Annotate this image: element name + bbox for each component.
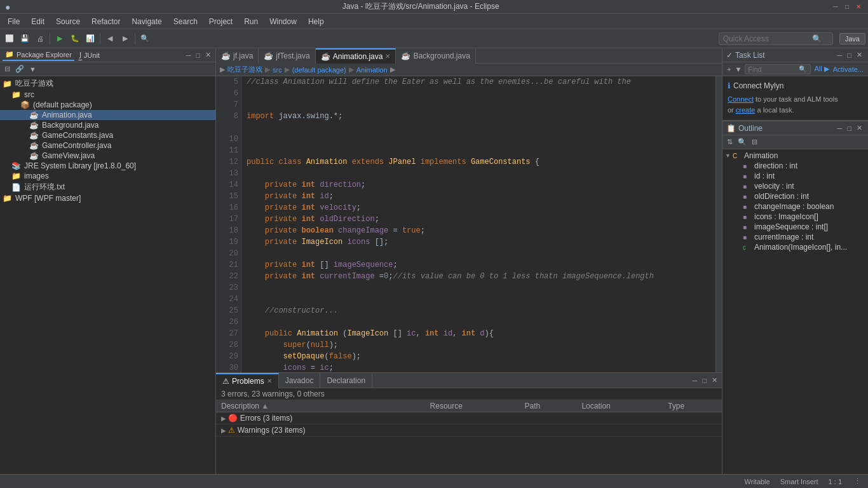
tree-item-GameView[interactable]: ☕ GameView.java xyxy=(0,151,215,161)
problems-close-icon[interactable]: ✕ xyxy=(267,377,272,384)
connect-mylyn-body: Connect to your task and ALM tools or cr… xyxy=(728,94,863,115)
menu-navigate[interactable]: Navigate xyxy=(126,16,166,27)
tree-item-label: src xyxy=(24,90,34,99)
close-panel-button[interactable]: ✕ xyxy=(203,50,213,60)
left-panel: 📁 Package Explorer J̲ JUnit ─ □ ✕ ⊟ 🔗 ▼ … xyxy=(0,48,216,474)
tree-item-default[interactable]: 📦 (default package) xyxy=(0,100,215,110)
quick-access-input[interactable] xyxy=(723,34,812,43)
link-editor-button[interactable]: 🔗 xyxy=(13,64,26,74)
tree-item-JRE[interactable]: 📚 JRE System Library [jre1.8.0_60] xyxy=(0,161,215,171)
breadcrumb-package[interactable]: (default package) xyxy=(292,66,346,74)
close-tasklist-button[interactable]: ✕ xyxy=(855,50,864,60)
menu-refactor[interactable]: Refactor xyxy=(86,16,125,27)
outline-field-changeimage[interactable]: ■ changeImage : boolean xyxy=(722,201,868,212)
breadcrumb-trail: ▶ xyxy=(390,65,395,74)
save-button[interactable]: 💾 xyxy=(18,32,32,46)
outline-field-direction[interactable]: ■ direction : int xyxy=(722,161,868,171)
maximize-button[interactable]: □ xyxy=(843,3,851,11)
outline-field-imagesequence[interactable]: ■ imageSequence : int[] xyxy=(722,222,868,232)
breadcrumb-project[interactable]: 吃豆子游戏 xyxy=(227,65,262,74)
create-link[interactable]: create xyxy=(736,106,756,114)
activate-button[interactable]: Activate... xyxy=(831,65,865,74)
tree-item-Background[interactable]: ☕ Background.java xyxy=(0,120,215,130)
close-button[interactable]: ✕ xyxy=(854,3,863,11)
minimize-tasklist-button[interactable]: ─ xyxy=(836,50,844,60)
tab-javadoc[interactable]: Javadoc xyxy=(279,373,321,388)
outline-field-currentimage[interactable]: ■ currentImage : int xyxy=(722,232,868,242)
tree-item-images[interactable]: 📁 images xyxy=(0,171,215,181)
close-bottom-button[interactable]: ✕ xyxy=(710,376,719,385)
maximize-tasklist-button[interactable]: □ xyxy=(845,50,853,60)
minimize-panel-button[interactable]: ─ xyxy=(184,50,193,60)
breadcrumb-class[interactable]: Animation xyxy=(356,66,388,74)
editor-tab-jf[interactable]: ☕ jf.java xyxy=(216,48,259,64)
tree-item-GameController[interactable]: ☕ GameController.java xyxy=(0,140,215,151)
close-outline-button[interactable]: ✕ xyxy=(855,123,864,133)
editor-tab-jftest[interactable]: ☕ jfTest.java xyxy=(259,48,315,64)
debug-button[interactable]: 🐛 xyxy=(68,32,82,46)
menu-window[interactable]: Window xyxy=(264,16,302,27)
editor-tab-background[interactable]: ☕ Background.java xyxy=(396,48,475,64)
outline-field-velocity[interactable]: ■ velocity : int xyxy=(722,181,868,191)
java-perspective-badge[interactable]: Java xyxy=(839,33,865,44)
tree-item-运行环境[interactable]: 📄 运行环境.txt xyxy=(0,181,215,193)
find-input[interactable] xyxy=(748,65,799,73)
tree-item-GameConstants[interactable]: ☕ GameConstants.java xyxy=(0,130,215,140)
menu-search[interactable]: Search xyxy=(168,16,203,27)
new-button[interactable]: ⬜ xyxy=(3,32,17,46)
outline-class[interactable]: ▼ C Animation xyxy=(722,151,868,161)
view-menu-button[interactable]: ▼ xyxy=(27,65,38,74)
status-more-button[interactable]: ⋮ xyxy=(852,477,863,486)
prev-button[interactable]: ◀ xyxy=(103,32,117,46)
bottom-tabs: ⚠ Problems ✕ Javadoc Declaration ─ □ ✕ xyxy=(216,373,722,388)
code-line-27: public Animation (ImageIcon [] ic, int i… xyxy=(247,328,710,339)
maximize-panel-button[interactable]: □ xyxy=(194,50,202,60)
code-line-16: private int velocity; xyxy=(247,202,710,214)
collapse-all-button[interactable]: ⊟ xyxy=(3,64,12,74)
tab-package-explorer[interactable]: 📁 Package Explorer xyxy=(3,49,74,61)
outline-method-constructor[interactable]: c Animation(ImageIcon[], in... xyxy=(722,242,868,252)
tab-problems[interactable]: ⚠ Problems ✕ xyxy=(216,373,279,388)
minimize-outline-button[interactable]: ─ xyxy=(836,123,844,133)
outline-field-icons[interactable]: ■ icons : ImageIcon[] xyxy=(722,212,868,222)
coverage-button[interactable]: 📊 xyxy=(83,32,97,46)
maximize-outline-button[interactable]: □ xyxy=(845,123,853,133)
connect-link[interactable]: Connect xyxy=(728,95,754,103)
tree-item-root[interactable]: 📁 吃豆子游戏 xyxy=(0,78,215,90)
menu-project[interactable]: Project xyxy=(204,16,238,27)
menu-run[interactable]: Run xyxy=(239,16,263,27)
editor-tab-animation[interactable]: ☕ Animation.java ✕ xyxy=(316,48,397,64)
task-menu-button[interactable]: ▼ xyxy=(733,65,743,74)
editor-scrollbar[interactable] xyxy=(715,76,722,372)
menu-help[interactable]: Help xyxy=(303,16,329,27)
outline-field-olddirection[interactable]: ■ oldDirection : int xyxy=(722,191,868,201)
animation-close-icon[interactable]: ✕ xyxy=(385,53,390,60)
tab-junit[interactable]: J̲ JUnit xyxy=(77,50,102,60)
tree-item-src[interactable]: 📁 src xyxy=(0,90,215,100)
outline-field-id[interactable]: ■ id : int xyxy=(722,171,868,181)
all-button[interactable]: All ▶ xyxy=(812,64,831,74)
sort-outline-button[interactable]: ⇅ xyxy=(725,137,735,147)
new-task-button[interactable]: + xyxy=(725,65,733,74)
tree-item-WPF[interactable]: 📁 WPF [WPF master] xyxy=(0,193,215,203)
filter-outline-button[interactable]: 🔍 xyxy=(736,137,749,147)
menu-source[interactable]: Source xyxy=(51,16,85,27)
tree-item-Animation[interactable]: ☕ Animation.java xyxy=(0,110,215,120)
expand-icon[interactable]: ▶ xyxy=(221,427,226,434)
warnings-row[interactable]: ▶ ⚠ Warnings (23 items) xyxy=(216,424,425,437)
run-button[interactable]: ▶ xyxy=(53,32,67,46)
expand-icon[interactable]: ▶ xyxy=(221,415,226,422)
code-editor[interactable]: //class Animation will define the Eater … xyxy=(241,76,715,372)
maximize-bottom-button[interactable]: □ xyxy=(700,376,709,385)
menu-edit[interactable]: Edit xyxy=(26,16,50,27)
collapse-outline-button[interactable]: ⊟ xyxy=(750,137,759,147)
print-button[interactable]: 🖨 xyxy=(33,32,47,46)
minimize-button[interactable]: ─ xyxy=(831,3,840,11)
next-button[interactable]: ▶ xyxy=(118,32,132,46)
tab-declaration[interactable]: Declaration xyxy=(320,373,372,388)
breadcrumb-src[interactable]: src xyxy=(273,66,282,74)
errors-row[interactable]: ▶ 🔴 Errors (3 items) xyxy=(216,412,425,424)
menu-file[interactable]: File xyxy=(3,16,25,27)
minimize-bottom-button[interactable]: ─ xyxy=(691,376,700,385)
search-button[interactable]: 🔍 xyxy=(138,32,152,46)
